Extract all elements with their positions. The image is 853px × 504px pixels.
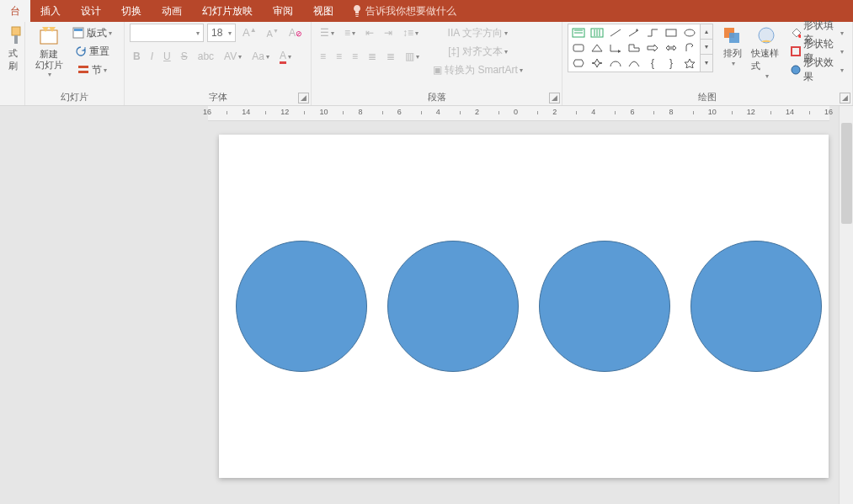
underline-button[interactable]: U <box>160 47 174 66</box>
tab-slideshow[interactable]: 幻灯片放映 <box>192 0 263 22</box>
decrease-indent-button[interactable]: ⇤ <box>362 24 377 42</box>
justify-button[interactable]: ≣ <box>365 47 380 66</box>
text-shadow-button[interactable]: abc <box>195 47 217 66</box>
align-center-button[interactable]: ≡ <box>333 47 345 66</box>
gallery-up-icon[interactable]: ▴ <box>701 24 712 40</box>
tab-review[interactable]: 审阅 <box>263 0 303 22</box>
columns-button[interactable]: ▥▾ <box>402 47 423 66</box>
vertical-scrollbar[interactable] <box>839 106 853 504</box>
clear-formatting-button[interactable]: A⊘ <box>285 24 306 42</box>
oval-shape[interactable] <box>539 241 670 372</box>
shape-oval[interactable] <box>681 26 698 40</box>
line-spacing-button[interactable]: ↕≡▾ <box>399 24 422 42</box>
layout-label: 版式 <box>87 26 107 40</box>
brace-right-icon: } <box>669 57 673 69</box>
quick-styles-button[interactable]: 快速样式 ▾ <box>748 24 785 82</box>
shape-effects-button[interactable]: 形状效果▾ <box>786 61 847 79</box>
slide-canvas[interactable] <box>219 135 829 478</box>
numbering-button[interactable]: ≡▾ <box>341 24 359 42</box>
shape-brace-left[interactable]: { <box>644 56 661 70</box>
tab-animations[interactable]: 动画 <box>152 0 192 22</box>
change-case-button[interactable]: Aa▾ <box>248 47 273 66</box>
gallery-more-icon[interactable]: ▾ <box>701 55 712 70</box>
distribute-button[interactable]: ≣ <box>383 47 398 66</box>
increase-indent-button[interactable]: ⇥ <box>381 24 396 42</box>
layout-icon <box>72 27 84 39</box>
text-direction-button[interactable]: IIA 文字方向▾ <box>429 24 526 42</box>
shapes-gallery[interactable]: { } <box>568 24 701 72</box>
shadow-icon: abc <box>198 50 214 62</box>
oval-shape[interactable] <box>236 241 367 372</box>
oval-shape[interactable] <box>387 241 519 372</box>
shape-rect[interactable] <box>663 26 680 40</box>
increase-font-button[interactable]: A▲ <box>239 24 260 42</box>
shape-turn-arrow[interactable] <box>681 41 698 55</box>
strikethrough-button[interactable]: S <box>178 47 191 66</box>
align-left-button[interactable]: ≡ <box>317 47 329 66</box>
ruler-tick: 0 <box>514 108 518 116</box>
decrease-font-icon: A▼ <box>267 28 279 39</box>
shapes-gallery-scroll[interactable]: ▴ ▾ ▾ <box>701 24 713 72</box>
shape-curve[interactable] <box>626 56 642 70</box>
arrange-icon <box>722 25 744 47</box>
tab-home-partial[interactable]: 台 <box>0 0 30 22</box>
shape-star[interactable] <box>681 56 698 70</box>
scrollbar-thumb[interactable] <box>841 123 852 224</box>
tab-design[interactable]: 设计 <box>71 0 111 22</box>
shape-doublearrow[interactable] <box>663 41 680 55</box>
align-text-label: 对齐文本 <box>462 45 503 59</box>
oval-shape[interactable] <box>690 241 822 372</box>
shape-line[interactable] <box>607 26 624 40</box>
convert-smartart-button[interactable]: ▣ 转换为 SmartArt▾ <box>429 61 526 79</box>
tab-view[interactable]: 视图 <box>303 0 344 22</box>
decrease-font-button[interactable]: A▼ <box>264 24 282 42</box>
bullets-button[interactable]: ☰▾ <box>317 24 338 42</box>
gallery-down-icon[interactable]: ▾ <box>701 40 712 55</box>
reset-label: 重置 <box>89 45 109 59</box>
group-label-slides: 幻灯片 <box>30 89 119 105</box>
format-painter-button[interactable]: 式刷 <box>5 24 27 74</box>
new-slide-button[interactable]: 新建 幻灯片 ▾ <box>30 24 67 80</box>
svg-rect-2 <box>40 30 57 44</box>
align-left-icon: ≡ <box>320 50 326 62</box>
font-size-selector[interactable]: 18▾ <box>207 24 236 42</box>
align-text-button[interactable]: [‡] 对齐文本▾ <box>429 42 526 61</box>
font-color-button[interactable]: A▾ <box>276 47 295 66</box>
arrange-button[interactable]: 排列 ▾ <box>717 24 748 69</box>
convert-smartart-label: 转换为 SmartArt <box>445 63 518 77</box>
bold-button[interactable]: B <box>130 47 144 66</box>
section-button[interactable]: 节▾ <box>69 61 115 79</box>
shape-triangle[interactable] <box>589 41 605 55</box>
font-name-selector[interactable]: ▾ <box>130 24 204 42</box>
align-right-button[interactable]: ≡ <box>349 47 361 66</box>
tell-me-search[interactable]: 告诉我你想要做什么 <box>352 4 456 19</box>
shape-brace-right[interactable]: } <box>663 56 680 70</box>
shape-arrow-line[interactable] <box>626 26 642 40</box>
layout-button[interactable]: 版式▾ <box>69 24 115 42</box>
shape-roundrect[interactable] <box>570 41 587 55</box>
ruler-tick: 10 <box>319 108 328 116</box>
italic-button[interactable]: I <box>147 47 157 66</box>
shape-connector[interactable] <box>644 26 661 40</box>
reset-button[interactable]: 重置 <box>69 42 115 61</box>
canvas-zone[interactable]: 1614121086420246810121416 <box>0 106 853 504</box>
shape-textbox[interactable] <box>570 26 587 40</box>
tab-transitions[interactable]: 切换 <box>111 0 152 22</box>
shape-l-arrow[interactable] <box>607 41 624 55</box>
shape-vtextbox[interactable] <box>589 26 605 40</box>
shape-arrow[interactable] <box>644 41 661 55</box>
drawing-dialog-launcher[interactable]: ◢ <box>840 93 850 103</box>
shape-l-shape[interactable] <box>626 41 642 55</box>
shape-star4[interactable] <box>589 56 605 70</box>
group-label-font: 字体 <box>130 89 306 105</box>
font-color-icon: A <box>280 50 286 64</box>
paragraph-dialog-launcher[interactable]: ◢ <box>549 93 560 103</box>
case-icon: Aa <box>252 50 264 62</box>
justify-icon: ≣ <box>368 50 376 62</box>
font-dialog-launcher[interactable]: ◢ <box>298 93 309 103</box>
char-spacing-button[interactable]: AV▾ <box>221 47 245 66</box>
increase-font-icon: A▲ <box>243 26 257 39</box>
shape-arc[interactable] <box>607 56 624 70</box>
shape-hexagon[interactable] <box>570 56 587 70</box>
tab-insert[interactable]: 插入 <box>30 0 71 22</box>
